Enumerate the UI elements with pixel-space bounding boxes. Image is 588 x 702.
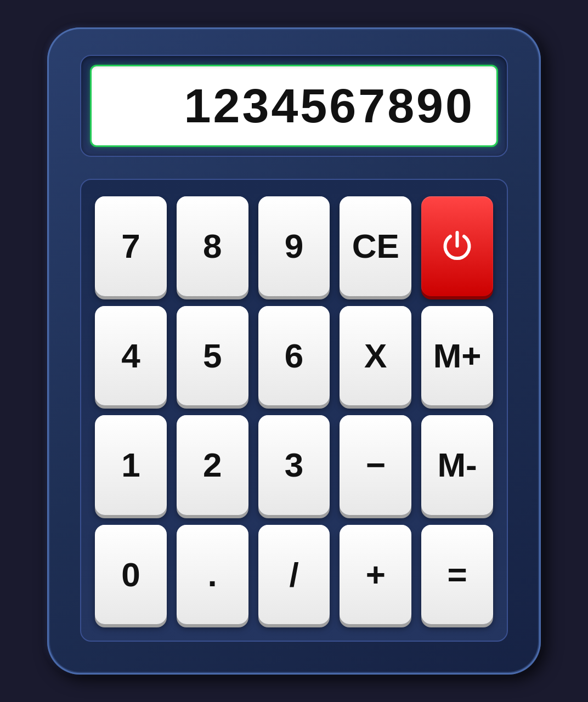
key-row-3: 1 2 3 − M- (95, 415, 493, 515)
calculator-body: 1234567890 7 8 9 CE 4 5 6 X M+ (47, 27, 541, 675)
key-9[interactable]: 9 (258, 196, 330, 296)
key-equals[interactable]: = (421, 525, 493, 625)
key-minus[interactable]: − (340, 415, 411, 515)
key-row-2: 4 5 6 X M+ (95, 306, 493, 406)
key-5[interactable]: 5 (177, 306, 248, 406)
key-1[interactable]: 1 (95, 415, 167, 515)
key-ce[interactable]: CE (340, 196, 411, 296)
keypad-area: 7 8 9 CE 4 5 6 X M+ 1 2 3 − (80, 179, 508, 642)
key-decimal[interactable]: . (177, 525, 248, 625)
key-8[interactable]: 8 (177, 196, 248, 296)
power-icon (439, 228, 475, 264)
key-plus[interactable]: + (340, 525, 411, 625)
key-divide[interactable]: / (258, 525, 330, 625)
key-2[interactable]: 2 (177, 415, 248, 515)
display-value: 1234567890 (184, 78, 474, 133)
key-7[interactable]: 7 (95, 196, 167, 296)
key-mminus[interactable]: M- (421, 415, 493, 515)
key-row-1: 7 8 9 CE (95, 196, 493, 296)
key-mplus[interactable]: M+ (421, 306, 493, 406)
key-0[interactable]: 0 (95, 525, 167, 625)
key-power[interactable] (421, 196, 493, 296)
display-outer: 1234567890 (80, 55, 508, 157)
display-inner: 1234567890 (90, 65, 498, 147)
key-4[interactable]: 4 (95, 306, 167, 406)
key-3[interactable]: 3 (258, 415, 330, 515)
key-6[interactable]: 6 (258, 306, 330, 406)
key-multiply[interactable]: X (340, 306, 411, 406)
key-row-4: 0 . / + = (95, 525, 493, 625)
